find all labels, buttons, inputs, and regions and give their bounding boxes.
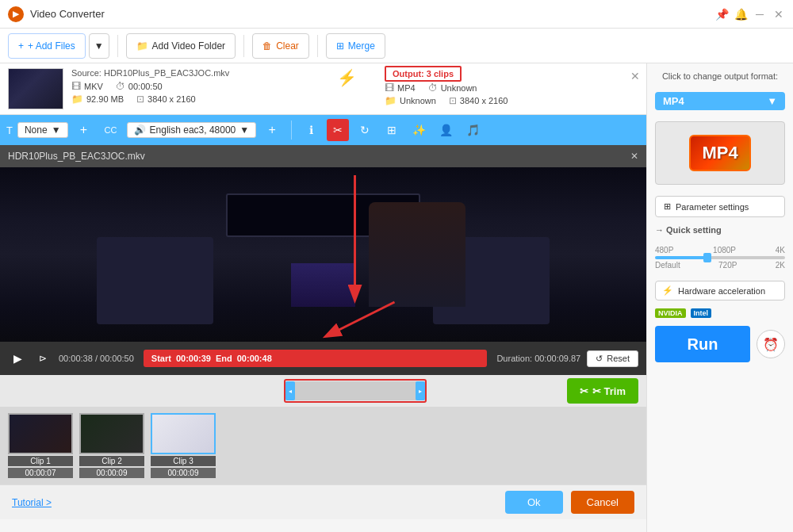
bottom-actions: Ok Cancel — [505, 491, 634, 514]
pin-button[interactable]: 📌 — [715, 8, 728, 21]
rotate-button[interactable]: ↻ — [354, 119, 376, 141]
audio-settings-button[interactable]: 🎵 — [462, 119, 484, 141]
nvidia-tag: NVIDIA — [655, 308, 686, 318]
title-bar: ▶ Video Converter 📌 🔔 ─ ✕ — [0, 0, 793, 29]
subtitle-label: None — [25, 124, 48, 136]
merge-icon: ⊞ — [336, 40, 344, 52]
close-button[interactable]: ✕ — [772, 8, 785, 21]
reset-button[interactable]: ↺ Reset — [587, 350, 638, 367]
audio-dropdown[interactable]: 🔊 English eac3, 48000 ▼ — [127, 122, 257, 138]
file-resolution: ⊡ 3840 x 2160 — [136, 94, 196, 105]
parameter-settings-button[interactable]: ⊞ Parameter settings — [655, 196, 785, 217]
subtitle-edit-button[interactable]: CC — [100, 119, 122, 141]
play-button[interactable]: ▶ — [8, 349, 27, 368]
quality-track[interactable] — [655, 256, 785, 259]
info-button[interactable]: ℹ — [300, 119, 322, 141]
gpu-tags: NVIDIA Intel — [655, 308, 785, 318]
step-forward-button[interactable]: ⊳ — [33, 349, 52, 368]
clip-2-duration: 00:00:09 — [79, 468, 144, 478]
right-panel: Click to change output format: MP4 ▼ MP4… — [646, 63, 793, 532]
handle-left-icon: ◂ — [289, 388, 292, 395]
clip-item-3[interactable]: Clip 3 00:00:09 — [151, 413, 216, 478]
clip-1-label: Clip 1 — [8, 456, 73, 466]
clip-item-2[interactable]: Clip 2 00:00:09 — [79, 413, 144, 478]
watermark-button[interactable]: 👤 — [435, 119, 457, 141]
output-meta-row: 🎞 MP4 ⏱ Unknown — [385, 82, 638, 94]
trim-controls: Start 00:00:39 End 00:00:48 — [144, 350, 488, 367]
file-size: 📁 92.90 MB — [71, 94, 124, 105]
intel-tag: Intel — [691, 308, 712, 318]
text-icon: T — [6, 124, 13, 136]
file-duration: ⏱ 00:00:50 — [116, 81, 163, 92]
clip-1-bg — [10, 415, 71, 453]
duration-value: 00:00:50 — [128, 82, 163, 91]
start-time: 00:00:39 — [176, 354, 211, 363]
file-info-row: Source: HDR10Plus_PB_EAC3JOC.mkv 🎞 MKV ⏱… — [0, 63, 646, 115]
effects-button[interactable]: ✨ — [408, 119, 430, 141]
video-scene — [0, 167, 646, 342]
merge-button[interactable]: ⊞ Merge — [326, 33, 385, 59]
add-files-label: + Add Files — [28, 40, 75, 52]
format-preview: MP4 — [655, 121, 785, 185]
audio-dropdown-arrow: ▼ — [239, 124, 249, 136]
alarm-icon: ⏰ — [763, 337, 779, 352]
trim-track[interactable]: ◂ ▸ — [284, 381, 427, 400]
center-panel: Source: HDR10Plus_PB_EAC3JOC.mkv 🎞 MKV ⏱… — [0, 63, 646, 532]
add-video-folder-label: Add Video Folder — [152, 40, 226, 52]
quality-label-4k: 4K — [776, 246, 785, 255]
end-label: End — [216, 354, 232, 363]
add-files-dropdown[interactable]: ▼ — [89, 33, 109, 59]
format-selector[interactable]: MP4 ▼ — [655, 92, 785, 110]
run-section: Run ⏰ — [655, 326, 785, 362]
trim-handle-left[interactable]: ◂ — [285, 381, 295, 400]
file-format: 🎞 MKV — [71, 81, 103, 92]
clip-3-bg — [152, 415, 214, 453]
window-controls: 📌 🔔 ─ ✕ — [715, 8, 785, 21]
scene-figure — [369, 202, 465, 307]
alarm-button[interactable]: ⏰ — [757, 330, 785, 358]
output-folder-value: Unknown — [400, 96, 436, 105]
scene-seat-left — [97, 237, 213, 324]
clear-button[interactable]: 🗑 Clear — [252, 33, 309, 59]
file-meta-row: 🎞 MKV ⏱ 00:00:50 — [71, 81, 325, 92]
ok-button[interactable]: Ok — [505, 491, 563, 514]
clip-3-label: Clip 3 — [151, 456, 216, 466]
quality-thumb[interactable] — [703, 253, 711, 262]
file-meta-row-2: 📁 92.90 MB ⊡ 3840 x 2160 — [71, 94, 325, 105]
scissor-button[interactable]: ✂ — [327, 119, 349, 141]
trim-handle-right[interactable]: ▸ — [416, 381, 425, 400]
video-player-close-button[interactable]: ✕ — [630, 151, 638, 162]
app-title: Video Converter — [30, 8, 785, 20]
quality-labels: 480P 1080P 4K — [655, 246, 785, 255]
sublabel-720p: 720P — [718, 261, 737, 270]
clip-item-1[interactable]: Clip 1 00:00:07 — [8, 413, 73, 478]
sublabel-2k: 2K — [776, 261, 785, 270]
sublabel-default: Default — [655, 261, 680, 270]
minimize-button[interactable]: ─ — [753, 8, 766, 21]
crop-button[interactable]: ⊞ — [381, 119, 403, 141]
quality-label-480p: 480P — [655, 246, 673, 255]
toolbar-divider-2 — [243, 35, 244, 57]
add-subtitle-button[interactable]: + — [73, 119, 95, 141]
file-info-close-button[interactable]: ✕ — [630, 70, 640, 82]
run-button[interactable]: Run — [655, 326, 750, 362]
add-files-button[interactable]: + + Add Files — [8, 33, 86, 59]
unknown-button[interactable]: 🔔 — [734, 8, 747, 21]
clips-section: Clip 1 00:00:07 Clip 2 00:00:09 Clip 3 0… — [0, 407, 646, 484]
merge-label: Merge — [348, 40, 375, 52]
reset-label: Reset — [607, 354, 630, 363]
format-dropdown-arrow: ▼ — [767, 95, 777, 107]
subtitle-dropdown[interactable]: None ▼ — [17, 122, 68, 138]
video-background — [0, 167, 646, 342]
output-badge: Output: 3 clips — [385, 66, 462, 82]
add-video-folder-button[interactable]: 📁 Add Video Folder — [126, 33, 236, 59]
trim-button[interactable]: ✂ ✂ Trim — [567, 378, 638, 404]
tutorial-link[interactable]: Tutorial > — [12, 497, 52, 508]
quick-setting-icon: → — [655, 225, 664, 235]
output-res-value: 3840 x 2160 — [460, 96, 508, 105]
quality-slider-container: 480P 1080P 4K Default 720P 2K — [655, 243, 785, 273]
hardware-acceleration-button[interactable]: ⚡ Hardware acceleration — [655, 281, 785, 300]
add-audio-button[interactable]: + — [261, 119, 283, 141]
cancel-button[interactable]: Cancel — [571, 491, 634, 514]
trash-icon: 🗑 — [262, 40, 272, 52]
